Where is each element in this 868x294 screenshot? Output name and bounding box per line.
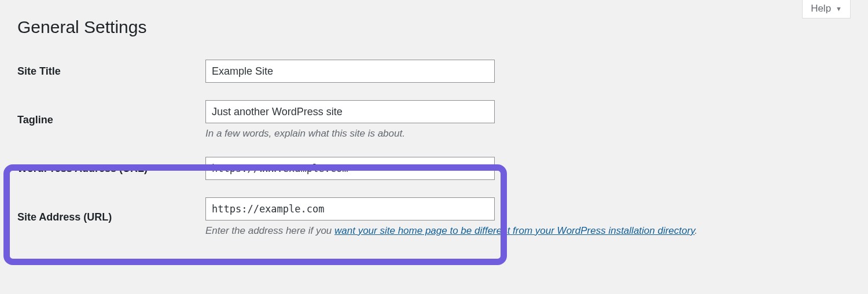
settings-form: Site Title Tagline In a few words, expla… (0, 51, 868, 245)
help-button[interactable]: Help ▼ (802, 0, 851, 19)
tagline-description: In a few words, explain what this site i… (205, 128, 862, 139)
chevron-down-icon: ▼ (836, 5, 842, 12)
site-title-input[interactable] (205, 60, 495, 83)
help-label: Help (811, 3, 831, 14)
tagline-label: Tagline (0, 91, 200, 148)
wordpress-url-label: WordPress Address (URL) (0, 148, 200, 189)
tagline-input[interactable] (205, 100, 495, 123)
wordpress-url-input[interactable] (205, 157, 495, 180)
site-title-label: Site Title (0, 51, 200, 91)
site-url-description: Enter the address here if you want your … (205, 225, 862, 237)
site-url-help-link[interactable]: want your site home page to be different… (334, 225, 694, 236)
site-url-label: Site Address (URL) (0, 189, 200, 245)
page-title: General Settings (0, 0, 868, 51)
site-url-input[interactable] (205, 197, 495, 220)
